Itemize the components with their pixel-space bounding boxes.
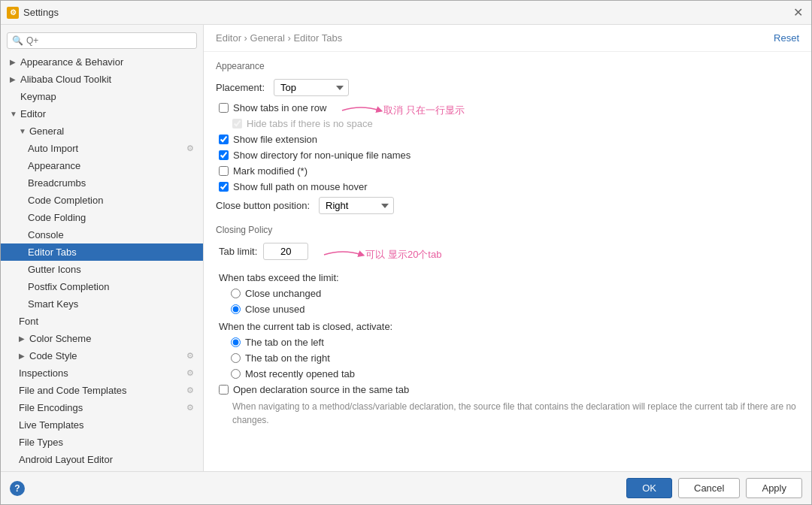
sidebar-item-label: Color Scheme — [29, 333, 91, 344]
show-file-extension-checkbox[interactable] — [219, 135, 229, 144]
most-recently-label: Most recently opened tab — [245, 368, 355, 380]
sidebar-item-label: File and Code Templates — [19, 385, 127, 396]
sidebar-item-label: Font — [19, 316, 38, 327]
cancel-button[interactable]: Cancel — [678, 478, 740, 498]
sidebar-item-label: Appearance & Behavior — [20, 56, 123, 68]
sidebar-item-file-encodings[interactable]: File Encodings ⚙ — [1, 399, 203, 416]
expand-arrow: ▶ — [10, 75, 17, 83]
annotation-arrow2 — [320, 247, 365, 262]
sidebar-item-label: Breadcrumbs — [28, 177, 86, 189]
sidebar-item-keymap[interactable]: ▶ Keymap — [1, 88, 203, 105]
sidebar-item-label: Smart Keys — [28, 298, 78, 310]
sidebar-item-code-style[interactable]: ▶ Code Style ⚙ — [1, 347, 203, 364]
placement-select[interactable]: Top Bottom Left Right None — [274, 79, 349, 96]
most-recently-radio[interactable] — [231, 369, 241, 379]
sidebar-item-label: Android Layout Editor — [19, 454, 113, 465]
expand-arrow: ▶ — [19, 334, 26, 343]
mark-modified-checkbox[interactable] — [219, 166, 229, 176]
close-button-position-select[interactable]: Right Left None — [319, 197, 394, 214]
sidebar-item-appearance-behavior[interactable]: ▶ Appearance & Behavior — [1, 53, 203, 71]
bottom-bar: ? OK Cancel Apply — [1, 471, 811, 504]
sidebar-item-editor-tabs[interactable]: Editor Tabs — [1, 243, 203, 261]
sidebar-item-label: Alibaba Cloud Toolkit — [20, 74, 111, 85]
close-unused-label: Close unused — [245, 304, 305, 315]
close-unchanged-label: Close unchanged — [245, 288, 321, 299]
tabs-exceed-options: Close unchanged Close unused — [216, 288, 799, 315]
sidebar-item-smart-keys[interactable]: Smart Keys — [1, 295, 203, 313]
sidebar-item-label: Editor — [20, 108, 46, 119]
apply-button[interactable]: Apply — [746, 478, 802, 498]
open-declaration-row: Open declaration source in the same tab — [216, 384, 799, 395]
sidebar-item-inspections[interactable]: Inspections ⚙ — [1, 364, 203, 382]
sidebar-item-file-types[interactable]: File Types — [1, 434, 203, 451]
sidebar-item-label: General — [29, 125, 64, 137]
hide-tabs-row: Hide tabs if there is no space — [216, 118, 799, 129]
annotation2-container: 可以 显示20个tab — [320, 247, 441, 262]
sidebar-item-label: Gutter Icons — [28, 264, 81, 275]
sidebar-item-alibaba[interactable]: ▶ Alibaba Cloud Toolkit — [1, 71, 203, 88]
sidebar-item-file-code-templates[interactable]: File and Code Templates ⚙ — [1, 382, 203, 399]
bottom-buttons: OK Cancel Apply — [626, 478, 802, 498]
breadcrumb-editor: Editor — [216, 32, 241, 44]
config-icon: ⚙ — [186, 368, 194, 378]
sidebar-item-auto-import[interactable]: Auto Import ⚙ — [1, 140, 203, 157]
close-button-position-row: Close button position: Right Left None — [216, 197, 799, 214]
sidebar-item-label: Code Completion — [28, 195, 103, 206]
when-current-closed-label: When the current tab is closed, activate… — [219, 321, 799, 332]
sidebar-item-label: Code Folding — [28, 212, 86, 223]
close-unused-radio[interactable] — [231, 304, 241, 314]
sidebar-item-code-folding[interactable]: Code Folding — [1, 209, 203, 226]
expand-arrow: ▶ — [10, 58, 17, 66]
sidebar-item-live-templates[interactable]: Live Templates — [1, 416, 203, 434]
sidebar-item-label: Keymap — [20, 91, 56, 102]
sidebar-item-label: Code Style — [29, 350, 77, 361]
sidebar-item-appearance[interactable]: Appearance — [1, 157, 203, 174]
app-icon: ⚙ — [7, 7, 19, 19]
breadcrumb-editor-tabs: Editor Tabs — [293, 32, 342, 44]
hide-tabs-checkbox[interactable] — [232, 119, 242, 129]
sidebar-item-console[interactable]: Console — [1, 226, 203, 243]
sidebar-item-code-completion[interactable]: Code Completion — [1, 192, 203, 209]
settings-window: ⚙ Settings ✕ 🔍 ▶ Appearance & Behavior ▶… — [0, 0, 812, 505]
sidebar-item-general[interactable]: ▼ General — [1, 122, 203, 140]
close-button[interactable]: ✕ — [790, 5, 805, 20]
sidebar-item-gutter-icons[interactable]: Gutter Icons — [1, 261, 203, 278]
content-header: Editor › General › Editor Tabs Reset — [204, 25, 811, 52]
sidebar-item-label: Auto Import — [28, 143, 78, 154]
sidebar-item-label: Console — [28, 229, 64, 240]
title-bar: ⚙ Settings ✕ — [1, 1, 811, 25]
most-recently-row: Most recently opened tab — [228, 368, 799, 380]
when-tabs-exceed-label: When tabs exceed the limit: — [219, 272, 799, 283]
mark-modified-label: Mark modified (*) — [233, 165, 308, 177]
ok-button[interactable]: OK — [626, 478, 672, 498]
sidebar-item-postfix-completion[interactable]: Postfix Completion — [1, 278, 203, 295]
search-input[interactable] — [26, 35, 192, 46]
closing-policy-title: Closing Policy — [216, 225, 799, 235]
sidebar-item-breadcrumbs[interactable]: Breadcrumbs — [1, 174, 203, 192]
tab-limit-input[interactable] — [263, 243, 308, 260]
tab-left-radio[interactable] — [231, 337, 241, 347]
open-declaration-checkbox[interactable] — [219, 385, 229, 395]
tab-right-radio[interactable] — [231, 353, 241, 363]
expand-arrow: ▼ — [19, 127, 26, 135]
close-button-label: Close button position: — [216, 200, 310, 211]
search-box[interactable]: 🔍 — [7, 32, 197, 49]
show-full-path-checkbox[interactable] — [219, 182, 229, 192]
annotation1-text: 取消 只在一行显示 — [383, 104, 465, 117]
show-tabs-one-row-checkbox[interactable] — [219, 103, 229, 113]
config-icon: ⚙ — [186, 144, 194, 153]
show-directory-checkbox[interactable] — [219, 150, 229, 160]
annotation1-container: 取消 只在一行显示 — [338, 103, 465, 118]
appearance-section-title: Appearance — [216, 61, 799, 71]
sidebar-item-label: Live Templates — [19, 419, 83, 431]
help-button[interactable]: ? — [10, 481, 25, 496]
expand-arrow: ▼ — [10, 110, 17, 118]
sidebar-item-editor[interactable]: ▼ Editor — [1, 105, 203, 122]
sidebar-item-color-scheme[interactable]: ▶ Color Scheme — [1, 330, 203, 347]
config-icon: ⚙ — [186, 403, 194, 413]
close-unchanged-radio[interactable] — [231, 289, 241, 298]
sidebar-item-android-layout-editor[interactable]: Android Layout Editor — [1, 451, 203, 468]
reset-button[interactable]: Reset — [774, 32, 799, 44]
show-full-path-row: Show full path on mouse hover — [216, 181, 799, 192]
sidebar-item-font[interactable]: Font — [1, 313, 203, 330]
